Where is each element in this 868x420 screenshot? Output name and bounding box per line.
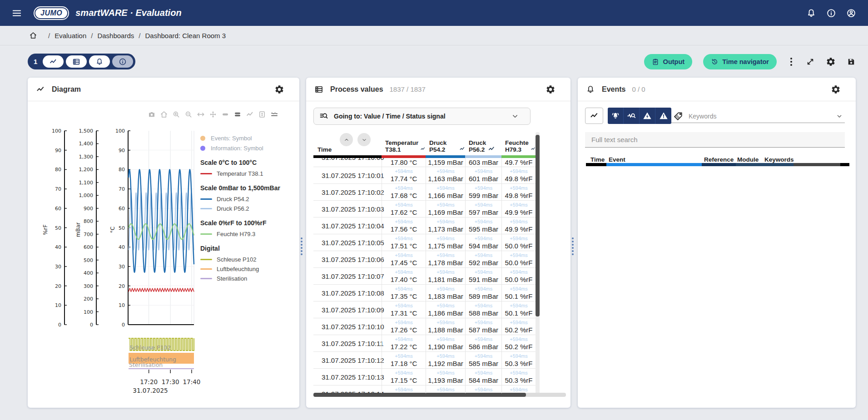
account-icon[interactable]	[846, 8, 856, 18]
time-offset-label: +594ms	[436, 371, 454, 376]
table-row[interactable]: 31.07.2025 17:10:11+594ms17.22 °C+594ms1…	[313, 335, 536, 352]
column-header-feuchte-h79-3[interactable]: FeuchteH79.3	[501, 132, 536, 155]
keywords-dropdown[interactable]: Keywords	[671, 109, 845, 123]
legend-series-item[interactable]: Luftbefeuchtung	[200, 264, 297, 274]
column-header-keywords[interactable]: Keywords	[764, 156, 794, 163]
pan-icon[interactable]	[209, 110, 217, 119]
column-header-event[interactable]: Event	[609, 156, 625, 163]
scroll-down-button[interactable]	[357, 133, 371, 146]
process-value: 17.40 °C	[391, 276, 417, 283]
column-header-druck-p54-2[interactable]: Druck P54.2	[426, 132, 465, 155]
column-header-time[interactable]: Time	[590, 156, 605, 163]
horizontal-scrollbar-thumb[interactable]	[313, 393, 526, 397]
svg-text:80: 80	[55, 167, 61, 173]
svg-text:20: 20	[119, 283, 125, 289]
events-settings-gear-icon[interactable]	[831, 84, 841, 94]
breadcrumb-item[interactable]: Dashboards	[97, 32, 134, 40]
notifications-bell-icon[interactable]	[806, 8, 816, 18]
legend-series-item[interactable]: Druck P54.2	[200, 194, 297, 204]
table-row[interactable]: 31.07.2025 17:10:02+594ms17.68 °C+594ms1…	[313, 184, 536, 201]
process-value: 599 mBar	[469, 192, 498, 199]
output-button[interactable]: Output	[644, 54, 693, 69]
snapshot-icon[interactable]	[148, 110, 156, 119]
time-offset-label: +594ms	[510, 169, 527, 174]
svg-text:70: 70	[119, 186, 125, 192]
menu-icon[interactable]	[12, 8, 22, 18]
toggle-lines-icon[interactable]	[246, 110, 254, 119]
table-row[interactable]: 31.07.2025 17:10:01+594ms17.74 °C+594ms1…	[313, 167, 536, 184]
legend-marker-item[interactable]: Events: Symbol	[200, 133, 297, 143]
legend-series-item[interactable]: Schleuse P102	[200, 255, 297, 264]
process-values-table: TimeTemperaturT38.1Druck P54.2DruckP56.2…	[313, 132, 536, 393]
reset-view-icon[interactable]	[160, 110, 168, 119]
time-offset-label: +594ms	[395, 219, 412, 224]
zoom-in-icon[interactable]	[172, 110, 180, 119]
svg-text:30: 30	[55, 264, 61, 270]
full-text-search-input[interactable]	[585, 132, 845, 148]
alarm-ring-filter-button[interactable]	[608, 108, 624, 124]
legend-marker-item[interactable]: Information: Symbol	[200, 143, 297, 153]
spikelines-icon[interactable]	[258, 110, 266, 119]
time-offset-label: +594ms	[395, 253, 412, 258]
table-row[interactable]: 31.07.2025 17:10:08+594ms17.35 °C+594ms1…	[313, 285, 536, 301]
table-row[interactable]: 31.07.2025 17:10:06+594ms17.45 °C+594ms1…	[313, 251, 536, 268]
column-header-temperatur-t38-1[interactable]: TemperaturT38.1	[382, 132, 426, 155]
vertical-scrollbar-thumb[interactable]	[536, 135, 540, 316]
compare-data-icon[interactable]	[270, 110, 278, 119]
legend-series-item[interactable]: Sterilisation	[200, 274, 297, 283]
trend-filter-button[interactable]	[585, 108, 603, 124]
table-row[interactable]: 31.07.2025 17:10:05+594ms17.51 °C+594ms1…	[313, 234, 536, 251]
legend-series-item[interactable]: Temperatur T38.1	[200, 169, 297, 178]
time-offset-label: +594ms	[436, 320, 454, 325]
svg-text:°C: °C	[109, 227, 116, 233]
table-row[interactable]: 31.07.2025 17:10:03+594ms17.62 °C+594ms1…	[313, 201, 536, 217]
autoscale-icon[interactable]	[197, 110, 205, 119]
horizontal-scrollbar[interactable]	[313, 393, 566, 397]
legend-series-item[interactable]: Feuchte H79.3	[200, 229, 297, 239]
column-header-module[interactable]: Module	[737, 156, 759, 163]
bolt-warning-filter-button[interactable]	[640, 108, 655, 124]
toggle-info-button[interactable]	[112, 55, 133, 68]
settings-gear-icon[interactable]	[826, 57, 836, 67]
table-row[interactable]: 31.07.2025 17:10:12+594ms17.18 °C+594ms1…	[313, 352, 536, 369]
process-value: 17.45 °C	[391, 259, 417, 266]
toggle-process-values-button[interactable]	[66, 55, 87, 68]
time-offset-label: +594ms	[510, 219, 527, 224]
legend-series-item[interactable]: Druck P56.2	[200, 204, 297, 213]
table-row[interactable]: 31.07.2025 17:10:13+594ms17.15 °C+594ms1…	[313, 369, 536, 385]
time-navigator-button[interactable]: Time navigator	[703, 54, 777, 69]
toggle-markers-icon[interactable]	[221, 110, 229, 119]
column-header-reference[interactable]: Reference	[704, 156, 734, 163]
process-values-settings-gear-icon[interactable]	[546, 84, 556, 94]
save-icon[interactable]	[847, 57, 856, 66]
home-icon[interactable]	[29, 31, 37, 40]
panel-resize-handle[interactable]	[572, 237, 574, 255]
table-row[interactable]: 31.07.2025 17:10:10+594ms17.26 °C+594ms1…	[313, 318, 536, 335]
breadcrumb-item[interactable]: Evaluation	[55, 32, 86, 40]
chevron-down-icon	[511, 112, 519, 120]
process-value: 50.1 %rF	[505, 310, 533, 316]
diagram-chart[interactable]: 0102030405060708090100%rF010020030040050…	[33, 121, 206, 399]
diagram-settings-gear-icon[interactable]	[274, 84, 284, 94]
table-row[interactable]: 31.07.2025 17:10:09+594ms17.31 °C+594ms1…	[313, 301, 536, 318]
exclamation-warning-filter-button[interactable]	[655, 108, 671, 124]
info-icon[interactable]	[826, 8, 836, 18]
toggle-events-button[interactable]	[89, 55, 110, 68]
toggle-bars-icon[interactable]	[233, 110, 242, 119]
time-offset-label: +594ms	[395, 186, 412, 191]
table-row[interactable]: 31.07.2025 17:10:04+594ms17.56 °C+594ms1…	[313, 217, 536, 234]
table-row[interactable]: 31.07.2025 17:10:00+594ms17.80 °C+594ms1…	[313, 158, 536, 167]
goto-dropdown[interactable]: Going to: Value / Time / Status signal	[313, 108, 531, 125]
toggle-diagram-button[interactable]	[43, 55, 64, 68]
signal-search-filter-button[interactable]	[624, 108, 640, 124]
zoom-out-icon[interactable]	[184, 110, 193, 119]
more-options-button[interactable]	[788, 57, 795, 67]
scroll-up-button[interactable]	[340, 133, 353, 146]
table-row[interactable]: 31.07.2025 17:10:14+594ms17.12 °C+594ms1…	[313, 385, 536, 393]
breadcrumb-separator: /	[91, 32, 93, 40]
panel-resize-handle[interactable]	[301, 237, 303, 255]
vertical-scrollbar[interactable]	[536, 132, 540, 394]
table-row[interactable]: 31.07.2025 17:10:07+594ms17.40 °C+594ms1…	[313, 268, 536, 285]
fullscreen-icon[interactable]	[806, 57, 815, 66]
column-header-druck-p56-2[interactable]: DruckP56.2	[465, 132, 501, 155]
